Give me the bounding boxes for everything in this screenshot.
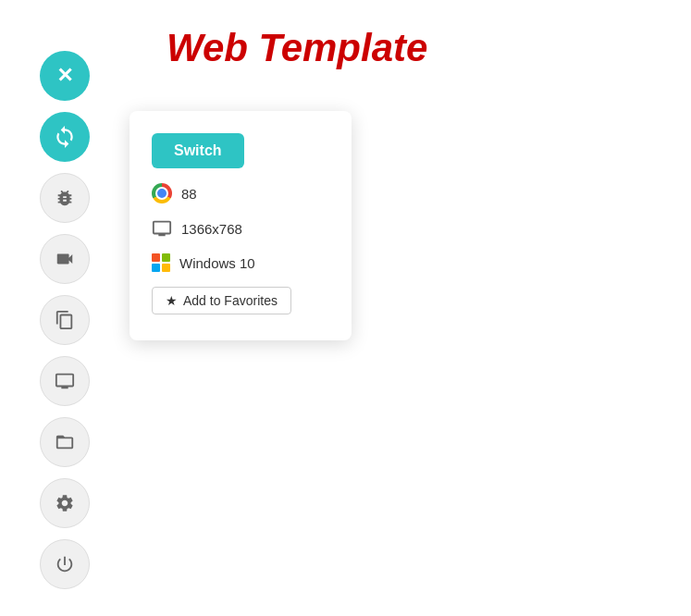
settings-icon — [55, 493, 75, 513]
monitor-button[interactable] — [40, 356, 90, 406]
bug-button[interactable] — [40, 173, 90, 223]
folder-icon — [55, 432, 75, 452]
switch-circle-button[interactable] — [40, 112, 90, 162]
page-title: Web Template — [167, 26, 427, 70]
windows-icon — [152, 253, 170, 272]
power-icon — [55, 554, 75, 574]
monitor-icon — [152, 218, 172, 239]
os-row: Windows 10 — [152, 253, 329, 272]
add-favorites-button[interactable]: ★ Add to Favorites — [152, 287, 291, 314]
switch-icon — [53, 125, 77, 149]
close-button[interactable]: ✕ — [40, 51, 90, 101]
power-button[interactable] — [40, 539, 90, 589]
copy-button[interactable] — [40, 295, 90, 345]
settings-button[interactable] — [40, 478, 90, 528]
video-icon — [55, 249, 75, 269]
video-button[interactable] — [40, 234, 90, 284]
os-value: Windows 10 — [179, 255, 255, 271]
browser-row: 88 — [152, 183, 329, 203]
popup-card: Switch 88 1366x768 Windows 10 ★ Add to F… — [130, 111, 352, 340]
chrome-icon — [152, 183, 172, 203]
folder-button[interactable] — [40, 417, 90, 467]
resolution-row: 1366x768 — [152, 218, 329, 239]
browser-version: 88 — [181, 186, 197, 202]
resolution-value: 1366x768 — [181, 221, 242, 237]
monitor-sidebar-icon — [55, 371, 75, 391]
sidebar: ✕ — [0, 0, 130, 616]
add-favorites-label: Add to Favorites — [183, 293, 278, 308]
star-icon: ★ — [166, 293, 178, 308]
copy-icon — [55, 310, 75, 330]
switch-button[interactable]: Switch — [152, 133, 244, 168]
bug-icon — [55, 188, 75, 208]
